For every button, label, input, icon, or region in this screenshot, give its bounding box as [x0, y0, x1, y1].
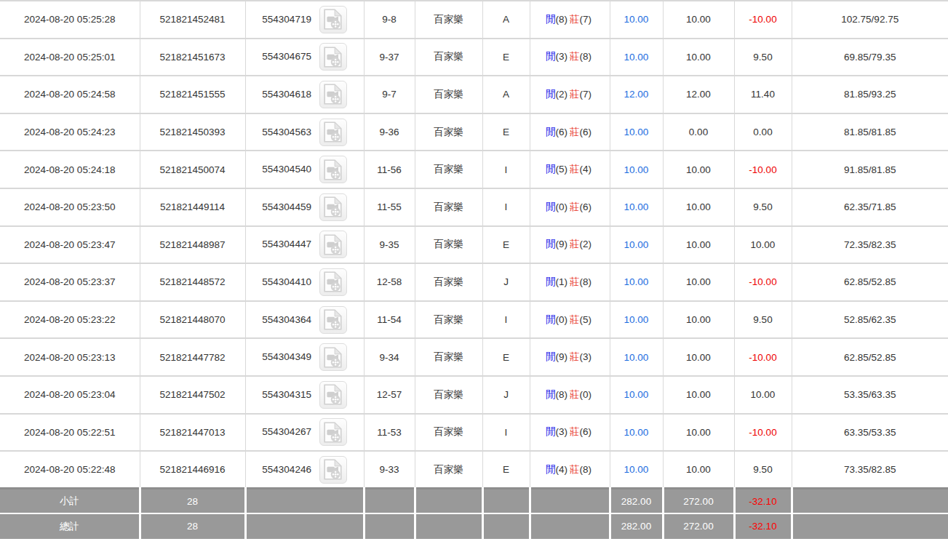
- bet-id: 521821452481: [159, 14, 225, 25]
- balance-value: 73.35/82.85: [844, 464, 896, 475]
- table-round: 9-37: [379, 52, 399, 63]
- win-loss-value: -10.00: [749, 164, 776, 175]
- video-replay-button[interactable]: [319, 43, 347, 71]
- round-id-cell: 554304563: [245, 113, 364, 151]
- bet-amount-link[interactable]: 12.00: [624, 89, 649, 100]
- table-body: 2024-08-20 05:25:28 521821452481 5543047…: [0, 1, 948, 539]
- player-points: (6): [556, 127, 568, 137]
- player-points: (3): [556, 426, 568, 437]
- video-replay-button[interactable]: [319, 193, 347, 221]
- bet-amount-link[interactable]: 10.00: [624, 427, 649, 438]
- video-file-icon: [324, 309, 342, 330]
- round-id: 554304618: [262, 89, 311, 100]
- summary-count-cell: 28: [140, 489, 245, 514]
- bet-amount-link[interactable]: 10.00: [624, 464, 649, 475]
- table-row: 2024-08-20 05:24:18 521821450074 5543045…: [0, 151, 948, 188]
- bet-time: 2024-08-20 05:23:22: [24, 314, 115, 325]
- bet-time: 2024-08-20 05:23:50: [24, 201, 115, 212]
- round-id: 554304315: [262, 388, 311, 399]
- bet-id-cell: 521821447502: [140, 376, 245, 414]
- valid-amount-cell: 10.00: [663, 263, 734, 301]
- table-code-cell: A: [482, 1, 530, 39]
- bet-amount-link[interactable]: 10.00: [624, 52, 649, 63]
- table-row: 2024-08-20 05:23:47 521821448987 5543044…: [0, 226, 948, 264]
- bet-amount-cell: 10.00: [610, 301, 663, 339]
- bet-amount-cell: 10.00: [610, 451, 663, 489]
- bet-time-cell: 2024-08-20 05:23:22: [0, 301, 140, 339]
- valid-amount: 10.00: [686, 427, 711, 438]
- banker-label: 莊: [570, 51, 580, 62]
- table-code: E: [503, 352, 509, 363]
- bet-amount-link[interactable]: 10.00: [624, 276, 649, 287]
- summary-count-cell: 28: [140, 513, 245, 539]
- game-type-cell: 百家樂: [415, 39, 482, 76]
- video-replay-button[interactable]: [319, 456, 347, 484]
- balance-value: 102.75/92.75: [841, 14, 899, 25]
- bet-id-cell: 521821448572: [140, 263, 245, 301]
- video-replay-button[interactable]: [319, 343, 347, 371]
- win-loss-cell: -10.00: [734, 263, 792, 301]
- balance-value: 63.35/53.35: [844, 427, 896, 438]
- valid-amount: 10.00: [686, 201, 711, 212]
- win-loss-value: -10.00: [749, 14, 776, 25]
- banker-label: 莊: [570, 276, 580, 287]
- summary-valid-total: 272.00: [683, 496, 713, 507]
- summary-winloss-total-cell: -32.10: [734, 513, 792, 539]
- video-replay-button[interactable]: [319, 6, 347, 33]
- video-replay-button[interactable]: [319, 306, 347, 334]
- bet-amount-link[interactable]: 10.00: [624, 239, 649, 250]
- bet-amount-link[interactable]: 10.00: [624, 14, 649, 25]
- bet-amount-link[interactable]: 10.00: [624, 201, 649, 212]
- bet-amount-link[interactable]: 10.00: [624, 127, 649, 137]
- round-id: 554304563: [262, 126, 311, 137]
- banker-label: 莊: [570, 426, 580, 437]
- bet-amount-link[interactable]: 10.00: [624, 314, 649, 325]
- video-replay-button[interactable]: [319, 418, 347, 446]
- bet-amount-link[interactable]: 10.00: [624, 389, 649, 400]
- table-round: 9-36: [379, 127, 399, 137]
- win-loss-cell: -10.00: [734, 414, 792, 452]
- round-id-cell: 554304618: [245, 76, 364, 113]
- banker-label: 莊: [570, 314, 580, 325]
- player-label: 閒: [546, 14, 556, 25]
- result-cell: 閒(9)莊(3): [530, 338, 610, 376]
- bet-amount-link[interactable]: 10.00: [624, 164, 649, 175]
- banker-points: (7): [580, 89, 592, 100]
- balance-value: 91.85/81.85: [844, 164, 896, 175]
- game-type-cell: 百家樂: [415, 151, 482, 188]
- balance-cell: 81.85/93.25: [792, 76, 948, 113]
- summary-label-cell: 總計: [0, 513, 140, 539]
- player-points: (4): [556, 464, 568, 475]
- win-loss-cell: -10.00: [734, 1, 792, 39]
- bet-id: 521821448572: [159, 276, 225, 287]
- game-type: 百家樂: [434, 51, 463, 62]
- player-label: 閒: [546, 314, 556, 325]
- win-loss-cell: 11.40: [734, 76, 792, 113]
- round-id-cell: 554304364: [245, 301, 364, 339]
- video-replay-button[interactable]: [319, 81, 347, 108]
- banker-points: (6): [580, 127, 592, 137]
- result-cell: 閒(3)莊(8): [530, 39, 610, 76]
- table-code: E: [503, 52, 509, 63]
- table-round: 11-55: [377, 201, 402, 212]
- result-cell: 閒(2)莊(7): [530, 76, 610, 113]
- round-id: 554304719: [262, 13, 311, 24]
- balance-cell: 73.35/82.85: [792, 451, 948, 489]
- win-loss-value: -10.00: [749, 352, 776, 363]
- video-replay-button[interactable]: [319, 119, 347, 146]
- player-label: 閒: [546, 239, 556, 249]
- video-replay-button[interactable]: [319, 268, 347, 296]
- video-replay-button[interactable]: [319, 156, 347, 183]
- summary-empty-cell: [415, 489, 482, 514]
- table-round-cell: 12-58: [364, 263, 415, 301]
- result-cell: 閒(6)莊(6): [530, 113, 610, 151]
- bet-amount-link[interactable]: 10.00: [624, 352, 649, 363]
- balance-cell: 62.85/52.85: [792, 338, 948, 376]
- bet-amount-cell: 10.00: [610, 263, 663, 301]
- table-row: 2024-08-20 05:24:58 521821451555 5543046…: [0, 76, 948, 113]
- video-replay-button[interactable]: [319, 381, 347, 409]
- round-id: 554304246: [262, 463, 311, 474]
- video-replay-button[interactable]: [319, 231, 347, 258]
- table-row: 2024-08-20 05:23:22 521821448070 5543043…: [0, 301, 948, 339]
- bet-amount-cell: 10.00: [610, 188, 663, 226]
